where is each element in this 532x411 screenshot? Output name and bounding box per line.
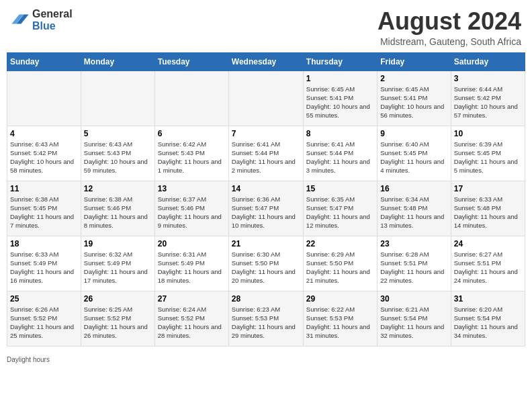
calendar-cell: 13Sunrise: 6:37 AMSunset: 5:46 PMDayligh…: [154, 181, 228, 236]
logo-text: General Blue: [32, 8, 73, 32]
day-info: Sunrise: 6:25 AMSunset: 5:52 PMDaylight:…: [84, 305, 152, 340]
day-number: 19: [84, 239, 152, 248]
day-number: 23: [380, 239, 447, 248]
day-number: 14: [232, 184, 300, 193]
calendar-cell: 7Sunrise: 6:41 AMSunset: 5:44 PMDaylight…: [228, 126, 303, 181]
calendar-cell: 24Sunrise: 6:27 AMSunset: 5:51 PMDayligh…: [451, 236, 525, 291]
day-of-week-header: Friday: [378, 52, 451, 71]
day-of-week-header: Thursday: [303, 52, 377, 71]
location-title: Midstream, Gauteng, South Africa: [378, 36, 521, 47]
day-info: Sunrise: 6:28 AMSunset: 5:51 PMDaylight:…: [380, 250, 447, 285]
day-number: 2: [380, 74, 447, 83]
day-info: Sunrise: 6:41 AMSunset: 5:44 PMDaylight:…: [306, 140, 374, 175]
day-info: Sunrise: 6:39 AMSunset: 5:45 PMDaylight:…: [454, 140, 522, 175]
day-info: Sunrise: 6:32 AMSunset: 5:49 PMDaylight:…: [84, 250, 152, 285]
calendar-cell: 20Sunrise: 6:31 AMSunset: 5:49 PMDayligh…: [154, 236, 228, 291]
calendar-cell: 23Sunrise: 6:28 AMSunset: 5:51 PMDayligh…: [378, 236, 451, 291]
calendar-week-row: 4Sunrise: 6:43 AMSunset: 5:42 PMDaylight…: [7, 126, 525, 181]
logo-general: General: [32, 8, 73, 20]
day-info: Sunrise: 6:23 AMSunset: 5:53 PMDaylight:…: [232, 305, 300, 340]
day-number: 1: [306, 74, 374, 83]
day-number: 24: [454, 239, 522, 248]
calendar-cell: 25Sunrise: 6:26 AMSunset: 5:52 PMDayligh…: [7, 291, 81, 346]
day-of-week-header: Monday: [81, 52, 154, 71]
calendar-cell: 5Sunrise: 6:43 AMSunset: 5:43 PMDaylight…: [81, 126, 154, 181]
day-info: Sunrise: 6:38 AMSunset: 5:46 PMDaylight:…: [84, 195, 152, 230]
calendar-cell: 31Sunrise: 6:20 AMSunset: 5:54 PMDayligh…: [451, 291, 525, 346]
day-number: 20: [158, 239, 226, 248]
day-number: 3: [454, 74, 522, 83]
day-number: 7: [232, 129, 300, 138]
calendar-container: SundayMondayTuesdayWednesdayThursdayFrid…: [0, 52, 532, 353]
day-number: 21: [232, 239, 300, 248]
day-number: 18: [10, 239, 78, 248]
calendar-cell: 14Sunrise: 6:36 AMSunset: 5:47 PMDayligh…: [228, 181, 303, 236]
calendar-cell: 21Sunrise: 6:30 AMSunset: 5:50 PMDayligh…: [228, 236, 303, 291]
day-info: Sunrise: 6:24 AMSunset: 5:52 PMDaylight:…: [158, 305, 226, 340]
calendar-cell: 18Sunrise: 6:33 AMSunset: 5:49 PMDayligh…: [7, 236, 81, 291]
day-info: Sunrise: 6:42 AMSunset: 5:43 PMDaylight:…: [158, 140, 226, 175]
calendar-cell: 22Sunrise: 6:29 AMSunset: 5:50 PMDayligh…: [303, 236, 377, 291]
calendar-cell: 19Sunrise: 6:32 AMSunset: 5:49 PMDayligh…: [81, 236, 154, 291]
day-number: 6: [158, 129, 226, 138]
day-info: Sunrise: 6:37 AMSunset: 5:46 PMDaylight:…: [158, 195, 226, 230]
day-of-week-header: Tuesday: [154, 52, 228, 71]
generalblue-logo-icon: [11, 11, 30, 30]
logo: General Blue: [11, 8, 73, 32]
day-info: Sunrise: 6:27 AMSunset: 5:51 PMDaylight:…: [454, 250, 522, 285]
day-info: Sunrise: 6:31 AMSunset: 5:49 PMDaylight:…: [158, 250, 226, 285]
day-info: Sunrise: 6:44 AMSunset: 5:42 PMDaylight:…: [454, 85, 522, 120]
day-number: 30: [380, 294, 447, 304]
day-info: Sunrise: 6:21 AMSunset: 5:54 PMDaylight:…: [380, 305, 447, 340]
day-of-week-header: Wednesday: [228, 52, 303, 71]
day-info: Sunrise: 6:40 AMSunset: 5:45 PMDaylight:…: [380, 140, 447, 175]
calendar-cell: [7, 71, 81, 126]
calendar-cell: 29Sunrise: 6:22 AMSunset: 5:53 PMDayligh…: [303, 291, 377, 346]
day-info: Sunrise: 6:22 AMSunset: 5:53 PMDaylight:…: [306, 305, 374, 340]
day-number: 11: [10, 184, 78, 193]
calendar-cell: 10Sunrise: 6:39 AMSunset: 5:45 PMDayligh…: [451, 126, 525, 181]
calendar-cell: 11Sunrise: 6:38 AMSunset: 5:45 PMDayligh…: [7, 181, 81, 236]
title-area: August 2024 Midstream, Gauteng, South Af…: [378, 8, 521, 47]
logo-blue: Blue: [32, 20, 73, 32]
calendar-cell: 1Sunrise: 6:45 AMSunset: 5:41 PMDaylight…: [303, 71, 377, 126]
day-number: 29: [306, 294, 374, 304]
day-info: Sunrise: 6:20 AMSunset: 5:54 PMDaylight:…: [454, 305, 522, 340]
calendar-week-row: 1Sunrise: 6:45 AMSunset: 5:41 PMDaylight…: [7, 71, 525, 126]
calendar-table: SundayMondayTuesdayWednesdayThursdayFrid…: [7, 52, 525, 347]
day-number: 25: [10, 294, 78, 304]
day-info: Sunrise: 6:45 AMSunset: 5:41 PMDaylight:…: [306, 85, 374, 120]
day-info: Sunrise: 6:38 AMSunset: 5:45 PMDaylight:…: [10, 195, 78, 230]
calendar-cell: 16Sunrise: 6:34 AMSunset: 5:48 PMDayligh…: [378, 181, 451, 236]
calendar-week-row: 18Sunrise: 6:33 AMSunset: 5:49 PMDayligh…: [7, 236, 525, 291]
day-info: Sunrise: 6:43 AMSunset: 5:42 PMDaylight:…: [10, 140, 78, 175]
calendar-cell: 12Sunrise: 6:38 AMSunset: 5:46 PMDayligh…: [81, 181, 154, 236]
calendar-cell: 28Sunrise: 6:23 AMSunset: 5:53 PMDayligh…: [228, 291, 303, 346]
day-number: 16: [380, 184, 447, 193]
calendar-cell: 8Sunrise: 6:41 AMSunset: 5:44 PMDaylight…: [303, 126, 377, 181]
day-info: Sunrise: 6:29 AMSunset: 5:50 PMDaylight:…: [306, 250, 374, 285]
calendar-cell: [81, 71, 154, 126]
day-info: Sunrise: 6:41 AMSunset: 5:44 PMDaylight:…: [232, 140, 300, 175]
month-title: August 2024: [378, 8, 521, 35]
daylight-hours-label: Daylight hours: [7, 356, 50, 363]
header: General Blue August 2024 Midstream, Gaut…: [0, 0, 532, 52]
day-info: Sunrise: 6:34 AMSunset: 5:48 PMDaylight:…: [380, 195, 447, 230]
day-number: 22: [306, 239, 374, 248]
day-info: Sunrise: 6:26 AMSunset: 5:52 PMDaylight:…: [10, 305, 78, 340]
day-number: 31: [454, 294, 522, 304]
day-number: 17: [454, 184, 522, 193]
day-info: Sunrise: 6:45 AMSunset: 5:41 PMDaylight:…: [380, 85, 447, 120]
calendar-cell: 2Sunrise: 6:45 AMSunset: 5:41 PMDaylight…: [378, 71, 451, 126]
day-number: 26: [84, 294, 152, 304]
calendar-cell: 27Sunrise: 6:24 AMSunset: 5:52 PMDayligh…: [154, 291, 228, 346]
calendar-cell: 6Sunrise: 6:42 AMSunset: 5:43 PMDaylight…: [154, 126, 228, 181]
day-number: 5: [84, 129, 152, 138]
day-number: 8: [306, 129, 374, 138]
day-of-week-header: Sunday: [7, 52, 81, 71]
day-number: 28: [232, 294, 300, 304]
day-info: Sunrise: 6:33 AMSunset: 5:49 PMDaylight:…: [10, 250, 78, 285]
day-of-week-header: Saturday: [451, 52, 525, 71]
day-info: Sunrise: 6:30 AMSunset: 5:50 PMDaylight:…: [232, 250, 300, 285]
calendar-cell: 30Sunrise: 6:21 AMSunset: 5:54 PMDayligh…: [378, 291, 451, 346]
